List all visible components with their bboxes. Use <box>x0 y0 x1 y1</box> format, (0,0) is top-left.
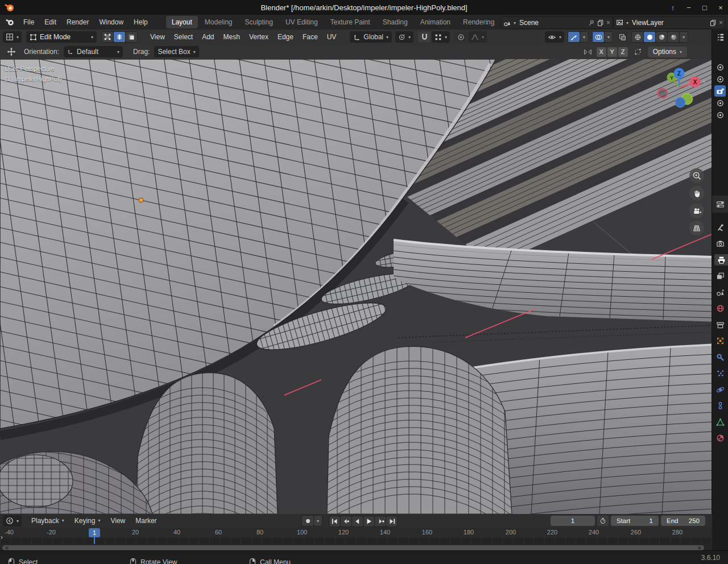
show-overlays-button[interactable] <box>593 32 604 42</box>
timeline-menu-playback[interactable]: Playback▾ <box>26 513 69 528</box>
wireframe-shading-button[interactable] <box>632 32 643 42</box>
menu-window[interactable]: Window <box>94 15 129 30</box>
vertex-select-button[interactable] <box>102 32 113 42</box>
overlays-caret-button[interactable]: ▾ <box>605 32 613 42</box>
properties-tab-particles[interactable] <box>714 368 726 379</box>
proportional-falloff-dropdown[interactable]: ▾ <box>468 31 487 43</box>
outliner-item-2[interactable] <box>714 73 726 85</box>
current-frame-field[interactable]: 1 <box>551 516 595 526</box>
snap-base-icon[interactable] <box>634 48 642 56</box>
unlink-scene-icon[interactable]: × <box>606 19 610 27</box>
gizmo-neg-z-ball[interactable] <box>676 98 685 107</box>
window-close-icon[interactable]: × <box>717 3 725 12</box>
viewport-menu-face[interactable]: Face <box>298 33 322 41</box>
properties-tab-physics[interactable] <box>714 384 726 395</box>
outliner-item-5[interactable] <box>714 109 726 121</box>
scrollbar-left-handle[interactable] <box>5 546 9 550</box>
xray-toggle-button[interactable] <box>617 32 628 42</box>
orthographic-toggle-button[interactable] <box>689 221 704 235</box>
navigation-gizmo[interactable]: Y Z X <box>653 63 710 117</box>
current-frame-indicator[interactable]: 1 <box>89 528 100 537</box>
outliner-editor-icon[interactable] <box>714 31 726 43</box>
use-preview-range-button[interactable] <box>597 516 609 526</box>
rendered-shading-button[interactable] <box>668 32 679 42</box>
properties-tab-material[interactable] <box>714 433 726 444</box>
gizmo-caret-button[interactable]: ▾ <box>580 32 588 42</box>
viewlayer-name[interactable]: ViewLayer <box>631 19 708 27</box>
properties-tab-view-layer[interactable] <box>714 271 726 282</box>
menu-file[interactable]: File <box>18 15 39 30</box>
viewport-canvas[interactable] <box>0 59 712 514</box>
workspace-tab-sculpting[interactable]: Sculpting <box>239 16 279 28</box>
viewport-menu-uv[interactable]: UV <box>322 33 341 41</box>
viewport-menu-select[interactable]: Select <box>169 33 197 41</box>
edge-select-button[interactable] <box>114 32 125 42</box>
outliner-item-4[interactable] <box>714 97 726 109</box>
viewport-menu-add[interactable]: Add <box>197 33 218 41</box>
jump-to-prev-keyframe-button[interactable] <box>341 516 351 526</box>
snap-toggle-button[interactable] <box>418 32 431 42</box>
show-gizmo-button[interactable] <box>568 32 580 42</box>
visibility-dropdown[interactable]: ▾ <box>545 31 564 43</box>
proportional-editing-button[interactable] <box>454 32 467 42</box>
viewlayer-browse-caret-icon[interactable]: ▾ <box>626 20 628 26</box>
mirror-axis-x-button[interactable]: X <box>597 47 606 57</box>
shading-caret-button[interactable]: ▾ <box>680 32 688 42</box>
properties-tab-constraints[interactable] <box>714 400 726 412</box>
workspace-tab-layout[interactable]: Layout <box>166 16 198 28</box>
remove-viewlayer-icon[interactable]: × <box>719 19 723 27</box>
workspace-tab-rendering[interactable]: Rendering <box>457 16 500 28</box>
properties-tab-tool[interactable] <box>714 222 726 233</box>
workspace-tab-shading[interactable]: Shading <box>377 16 413 28</box>
transform-orientation-dropdown[interactable]: Global ▾ <box>350 31 392 43</box>
viewport-menu-edge[interactable]: Edge <box>273 33 298 41</box>
workspace-tab-uv-editing[interactable]: UV Editing <box>280 16 324 28</box>
pivot-point-dropdown[interactable]: ▾ <box>395 31 413 43</box>
viewport-3d[interactable]: User Perspective (1) ImpelerHighPoly › ‹… <box>0 59 712 514</box>
scrollbar-right-handle[interactable] <box>698 546 701 550</box>
frame-start-field[interactable]: Start 1 <box>611 516 659 526</box>
timeline-editor-type-button[interactable]: ▾ <box>3 515 22 526</box>
object-origin-dot[interactable] <box>139 198 143 202</box>
mirror-axis-y-button[interactable]: Y <box>607 47 617 57</box>
properties-tab-scene[interactable] <box>714 287 726 298</box>
properties-tab-render[interactable] <box>714 238 726 250</box>
zoom-button[interactable] <box>689 168 704 183</box>
auto-key-caret-button[interactable]: ▾ <box>314 516 322 526</box>
viewlayer-selector[interactable]: ▾ ViewLayer × <box>613 16 726 29</box>
timeline-menu-view[interactable]: View <box>105 513 130 528</box>
pin-icon[interactable] <box>588 19 595 26</box>
viewport-menu-mesh[interactable]: Mesh <box>219 33 245 41</box>
menu-edit[interactable]: Edit <box>39 15 61 30</box>
editor-type-button[interactable]: ▾ <box>3 31 22 43</box>
outliner-item-3-active[interactable] <box>714 85 726 97</box>
mode-dropdown[interactable]: Edit Mode ▾ <box>26 31 97 43</box>
timeline-menu-marker[interactable]: Marker <box>130 513 162 528</box>
properties-tab-world[interactable] <box>714 303 726 314</box>
play-button[interactable] <box>363 516 374 526</box>
timeline-tick-band[interactable] <box>0 538 712 544</box>
scene-browse-caret-icon[interactable]: ▾ <box>514 20 516 26</box>
toolbar-expand-arrow-icon[interactable]: › <box>1 67 3 75</box>
snap-settings-dropdown[interactable]: ▾ <box>432 31 450 43</box>
menu-help[interactable]: Help <box>129 15 153 30</box>
timeline-expand-arrow-icon[interactable]: › <box>1 533 3 541</box>
properties-editor-icon[interactable] <box>712 196 728 213</box>
face-select-button[interactable] <box>126 32 137 42</box>
properties-tab-modifiers[interactable] <box>714 351 726 363</box>
properties-tab-collection[interactable] <box>714 319 726 330</box>
options-dropdown[interactable]: Options ▾ <box>648 47 687 57</box>
viewport-menu-view[interactable]: View <box>146 33 169 41</box>
jump-to-end-button[interactable] <box>386 516 397 526</box>
new-scene-icon[interactable] <box>597 19 604 26</box>
timeline-ruler[interactable]: -40-201204060801001201401601802002202402… <box>0 528 712 538</box>
blender-menu-icon[interactable] <box>6 18 15 27</box>
solid-shading-button[interactable] <box>644 32 655 42</box>
jump-to-next-keyframe-button[interactable] <box>375 516 386 526</box>
properties-tab-output[interactable] <box>714 254 728 266</box>
workspace-tab-texture-paint[interactable]: Texture Paint <box>325 16 376 28</box>
window-maximize-icon[interactable]: □ <box>701 3 709 12</box>
new-viewlayer-icon[interactable] <box>710 19 717 26</box>
window-minimize-icon[interactable]: − <box>685 3 693 12</box>
menu-render[interactable]: Render <box>61 15 94 30</box>
